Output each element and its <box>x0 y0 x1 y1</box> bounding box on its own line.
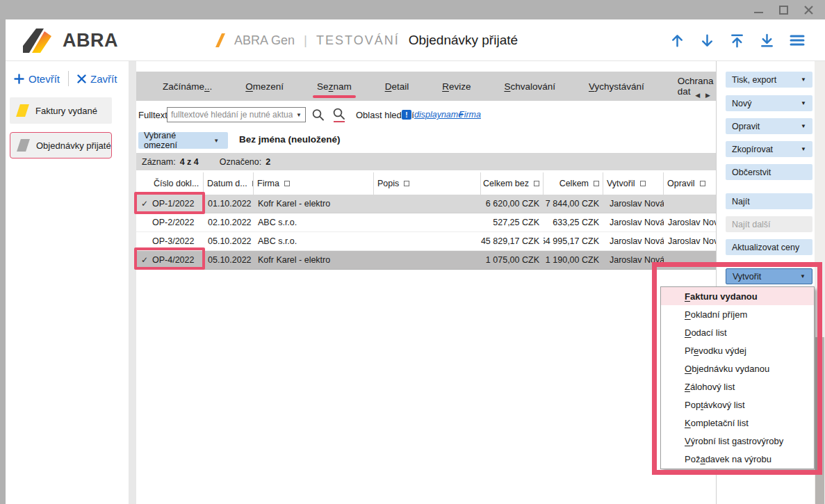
close-agenda-button[interactable]: Zavřít <box>77 73 117 85</box>
column-header-firma[interactable]: Firma <box>254 172 374 195</box>
aktualizovat-ceny-button[interactable]: Aktualizovat ceny <box>726 239 812 255</box>
chevron-down-icon[interactable]: ▼ <box>293 112 305 118</box>
column-header-celkem[interactable]: Celkem <box>544 172 603 195</box>
menu-item-pokladni-prijem[interactable]: Pokladní příjem <box>661 305 814 323</box>
sidebar-actions-divider <box>68 71 69 86</box>
gray-parallelogram-icon <box>17 139 30 152</box>
cell-value: OP-1/2022 <box>152 199 194 209</box>
zkopirovat-button[interactable]: Zkopírovat▼ <box>726 141 812 157</box>
menu-item-zalohovy-list[interactable]: Zálohový list <box>661 377 814 396</box>
cell-value: ABC s.r.o. <box>258 236 297 246</box>
najit-button[interactable]: Najít <box>726 193 812 209</box>
cell-datum: 05.10.2022 <box>204 251 254 269</box>
tab-vychystavani[interactable]: Vychystávání <box>572 72 661 101</box>
fulltext-combo[interactable]: fulltextové hledání je nutné aktualizova… <box>167 107 306 122</box>
table-row-op-3-2022[interactable]: OP-3/202205.10.2022ABC s.r.o.45 829,17 C… <box>136 232 716 251</box>
menu-item-objednavku-vydanou[interactable]: Objednávku vydanou <box>661 359 814 377</box>
first-record-button[interactable] <box>729 33 745 49</box>
open-agenda-button[interactable]: Otevřít <box>14 73 60 85</box>
column-header-popis[interactable]: Popis <box>374 172 481 195</box>
menu-item-fakturu-vydanou[interactable]: Fakturu vydanou <box>661 287 814 305</box>
abra-logo-text: ABRA <box>63 30 118 51</box>
tab-detail[interactable]: Detail <box>368 72 426 101</box>
menu-item-poptavkovy-list[interactable]: Poptávkový list <box>661 396 814 414</box>
column-header-opravil[interactable]: Opravil <box>664 172 716 195</box>
column-filter-icon[interactable] <box>700 181 705 186</box>
window-frame-edge <box>0 19 6 504</box>
column-header-label: Vytvořil <box>607 179 635 188</box>
column-filter-icon[interactable] <box>534 181 539 186</box>
table-row-op-1-2022[interactable]: ✓OP-1/202201.10.2022Kofr Karel - elektro… <box>136 195 716 213</box>
sidebar-item-objednavky-prijate[interactable]: Objednávky přijaté <box>10 132 112 158</box>
novy-button[interactable]: Nový▼ <box>726 95 812 111</box>
cell-firma: Kofr Karel - elektro <box>254 195 374 213</box>
previous-record-button[interactable] <box>669 33 685 49</box>
cell-celkem: 7 844,00 CZK <box>544 195 603 213</box>
cell-value: 05.10.2022 <box>208 236 252 246</box>
maximize-icon <box>779 6 788 15</box>
scrollbar-thumb[interactable] <box>815 337 824 504</box>
column-filter-icon[interactable] <box>594 181 599 186</box>
menu-item-vyrobni-list-gastrovyroby[interactable]: Výrobní list gastrovýroby <box>661 432 814 450</box>
opravit-button[interactable]: Opravit▼ <box>726 118 812 134</box>
tab-schvalovani[interactable]: Schvalování <box>487 72 572 101</box>
search-area-link-displayname[interactable]: displayname <box>414 110 463 120</box>
cell-value: Jaroslav Novák <box>668 236 716 246</box>
menu-item-kompletacni-list[interactable]: Kompletační list <box>661 414 814 432</box>
menu-item-prevodku-vydej[interactable]: Převodku výdej <box>661 341 814 359</box>
column-header-datum[interactable]: Datum d... <box>204 172 254 195</box>
update-fulltext-button[interactable] <box>332 107 345 122</box>
search-update-icon <box>332 107 345 120</box>
column-header-label: Opravil <box>667 179 695 188</box>
vytvorit-button[interactable]: Vytvořit▼ <box>726 268 812 284</box>
tab-revize[interactable]: Revize <box>425 72 487 101</box>
chevron-down-icon: ▼ <box>210 138 222 144</box>
cell-celkem-bez: 45 829,17 CZK <box>481 232 544 250</box>
column-filter-icon[interactable] <box>404 181 409 186</box>
row-checked-icon: ✓ <box>141 255 152 265</box>
column-header-vytvoril[interactable]: Vytvořil <box>603 172 664 195</box>
tisk-export-button[interactable]: Tisk, export▼ <box>726 72 812 88</box>
window-minimize-button[interactable] <box>753 4 764 15</box>
cell-celkem-bez: 1 075,00 CZK <box>481 251 544 269</box>
main-menu-button[interactable] <box>789 32 806 49</box>
obcerstvit-button[interactable]: Občerstvit <box>726 164 812 180</box>
cell-value: 45 829,17 CZK <box>481 236 539 246</box>
x-icon <box>77 74 86 83</box>
cell-popis <box>374 251 481 269</box>
table-row-op-2-2022[interactable]: OP-2/202202.10.2022ABC s.r.o.527,25 CZK6… <box>136 213 716 232</box>
restriction-dropdown[interactable]: Vybrané omezení ▼ <box>138 132 228 149</box>
plus-icon <box>14 74 24 84</box>
search-area-link-firma[interactable]: Firma <box>459 110 481 120</box>
table-row-op-4-2022[interactable]: ✓OP-4/202205.10.2022Kofr Karel - elektro… <box>136 251 716 270</box>
column-header-label: Firma <box>257 179 279 188</box>
menu-item-label: Pokladní příjem <box>685 309 747 320</box>
tab-seznam[interactable]: Seznam <box>300 72 368 101</box>
menu-item-label: Výrobní list gastrovýroby <box>685 436 783 446</box>
vertical-scrollbar[interactable] <box>815 61 825 504</box>
tab-scroll-left-icon[interactable]: ◀ <box>695 92 700 99</box>
cell-celkem: 54 995,17 CZK <box>544 232 603 250</box>
abra-logo-mark-icon <box>21 26 57 54</box>
column-filter-icon[interactable] <box>284 181 290 186</box>
menu-item-pozadavek-na-vyrobu[interactable]: Požadavek na výrobu <box>661 450 814 469</box>
column-header-celkem-bez[interactable]: Celkem bez <box>481 172 544 195</box>
search-button[interactable] <box>311 108 325 122</box>
window-close-button[interactable] <box>803 4 814 15</box>
menu-item-label: Kompletační list <box>685 418 749 428</box>
column-filter-icon[interactable] <box>640 181 646 186</box>
sidebar-item-faktury-vydane[interactable]: Faktury vydané <box>10 97 112 124</box>
menu-item-dodaci-list[interactable]: Dodací list <box>661 323 814 341</box>
chevron-down-icon: ▼ <box>801 146 806 152</box>
tab-label: Začínáme... <box>163 81 212 92</box>
arrow-down-to-line-icon <box>759 33 775 49</box>
next-record-button[interactable] <box>699 33 715 49</box>
tab-scroll-right-icon[interactable]: ▶ <box>705 92 710 99</box>
cell-firma: Kofr Karel - elektro <box>254 251 374 269</box>
tab-zaciname[interactable]: Začínáme... <box>146 72 229 101</box>
last-record-button[interactable] <box>759 33 775 49</box>
sidebar-splitter[interactable] <box>129 61 136 504</box>
window-maximize-button[interactable] <box>778 4 789 15</box>
column-header-cislo-dokladu[interactable]: Číslo dokl... <box>136 172 204 195</box>
tab-omezeni[interactable]: Omezení <box>229 72 300 101</box>
